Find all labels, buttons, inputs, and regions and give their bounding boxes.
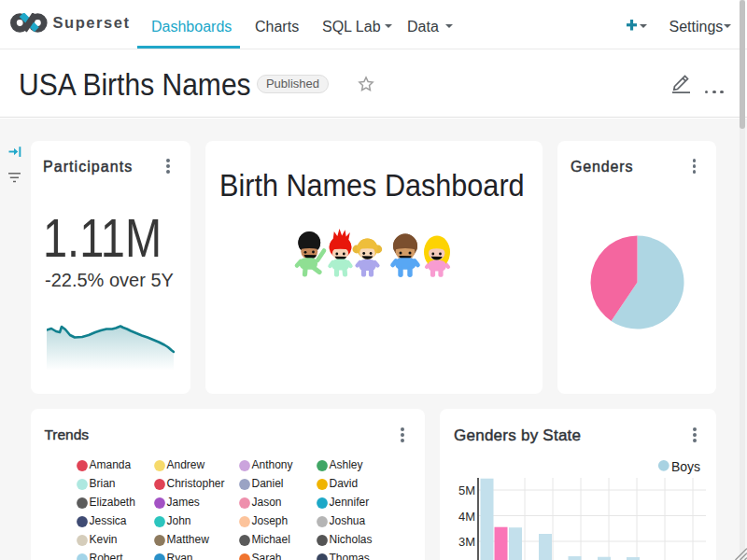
svg-text:James: James: [167, 496, 200, 509]
svg-text:David: David: [330, 477, 359, 490]
svg-text:Daniel: Daniel: [252, 477, 284, 490]
svg-text:Elizabeth: Elizabeth: [90, 496, 135, 509]
svg-text:Kevin: Kevin: [90, 533, 118, 546]
svg-text:Sarah: Sarah: [252, 552, 282, 560]
svg-text:Anthony: Anthony: [252, 458, 293, 471]
svg-text:John: John: [167, 514, 191, 527]
svg-text:Boys: Boys: [671, 459, 700, 474]
svg-text:5M: 5M: [458, 483, 475, 497]
svg-text:Thomas: Thomas: [330, 552, 370, 560]
svg-text:Andrew: Andrew: [167, 458, 205, 471]
svg-text:Nicholas: Nicholas: [330, 533, 373, 546]
svg-text:Michael: Michael: [252, 533, 290, 546]
svg-text:3M: 3M: [458, 535, 475, 549]
svg-text:4M: 4M: [458, 510, 475, 524]
svg-text:Amanda: Amanda: [90, 458, 132, 471]
svg-text:Brian: Brian: [90, 477, 116, 490]
svg-text:Jason: Jason: [252, 496, 282, 509]
svg-text:Jessica: Jessica: [90, 514, 127, 527]
svg-text:Joseph: Joseph: [252, 514, 289, 527]
svg-text:Robert: Robert: [90, 552, 124, 560]
svg-text:Jennifer: Jennifer: [330, 496, 370, 509]
svg-text:Christopher: Christopher: [167, 477, 225, 490]
svg-text:Ashley: Ashley: [330, 458, 363, 471]
svg-text:Ryan: Ryan: [167, 552, 193, 560]
svg-text:Joshua: Joshua: [330, 514, 366, 527]
svg-text:Matthew: Matthew: [167, 533, 210, 546]
